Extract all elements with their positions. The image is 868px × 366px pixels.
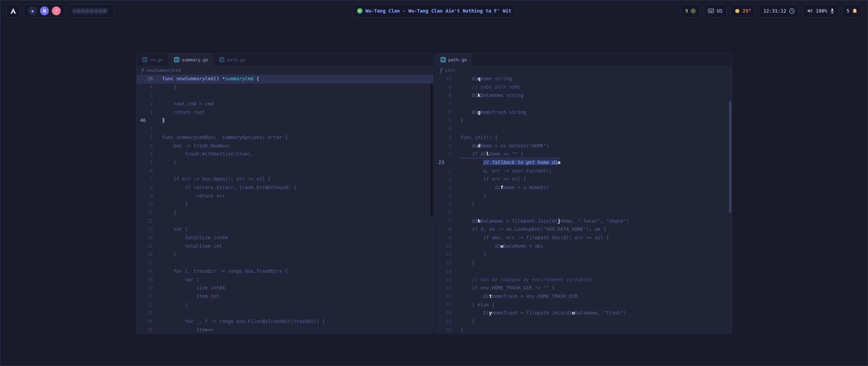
tab-label: rm.go: [150, 57, 163, 62]
code-segment: {: [254, 76, 259, 81]
notifications-widget[interactable]: 5: [842, 4, 862, 18]
code-text: }: [460, 116, 463, 125]
line-number: 6: [435, 108, 451, 117]
code-text: if err := box.Open(); err != nil {: [162, 175, 271, 183]
volume-value: 100%: [816, 8, 827, 14]
breadcrumb: ƒ init: [435, 66, 732, 75]
code-segment: return err: [162, 193, 225, 199]
code-text: if env.HOME_TRASH_DIR != "" {: [460, 284, 555, 292]
line-number: 25: [137, 326, 153, 333]
code-text: }: [460, 326, 463, 333]
code-text: }: [460, 200, 475, 208]
code-line: 19 var (: [137, 276, 433, 284]
code-segment: // fallback to get home di: [483, 160, 557, 165]
code-segment: k: [478, 93, 480, 98]
code-segment: di: [460, 143, 478, 148]
weather-widget[interactable]: 29°: [730, 4, 755, 18]
line-number: 14: [435, 276, 451, 284]
code-segment: item++: [162, 327, 214, 332]
code-segment: if di: [460, 151, 486, 157]
code-segment: var (: [162, 226, 188, 232]
code-text: item++: [162, 326, 214, 333]
code-line: 5}: [435, 116, 732, 125]
code-line: 24 for _, f := range box.FilesByTrashDir…: [137, 317, 433, 326]
line-number: 1: [435, 167, 451, 175]
line-number: 13: [435, 267, 451, 276]
code-text: diqHome string: [460, 75, 512, 83]
line-number: 7: [435, 217, 451, 225]
code-segment: if env.HOME_TRASH_DIR != "" {: [460, 285, 555, 290]
line-number: 20: [435, 326, 451, 333]
dock-app-3[interactable]: ♪: [52, 6, 61, 15]
code-text: func init() {: [460, 133, 498, 142]
code-segment: y: [489, 310, 492, 316]
code-segment: DataHome = filepath.Join(di: [480, 218, 558, 224]
media-player-widget[interactable]: Wu-Tang Clan - Wu-Tang Clan Ain't Nuthin…: [352, 4, 516, 18]
launcher-button[interactable]: [6, 4, 20, 18]
line-number: 17: [137, 259, 153, 267]
line-number: 21: [137, 292, 153, 301]
tab-rm.go[interactable]: Gorm.go: [137, 54, 169, 66]
code-text: DitHomeTrash = env.HOME_TRASH_DIR: [460, 292, 578, 301]
keyboard-layout-widget[interactable]: US: [704, 4, 727, 18]
line-number: 26: [137, 75, 153, 83]
notification-count: 5: [847, 8, 849, 14]
code-segment: for _, f := range box.FilesByTrashDir[tr…: [162, 319, 325, 324]
line-number: 11: [137, 208, 153, 217]
code-line: 10 }: [137, 200, 433, 208]
active-window-title[interactable]: [68, 4, 114, 18]
code-line: 19 }: [435, 317, 732, 326]
code-line: 3func init() {: [435, 133, 732, 142]
code-line: 18 DiyHomeTrash = filepath.Join(dioDataH…: [435, 309, 732, 317]
line-number: 17: [435, 301, 451, 309]
code-area[interactable]: 10 diqHome string9 // $XDG_DATA_HOME8 di…: [435, 75, 732, 333]
line-number: 7: [137, 175, 153, 183]
line-number: 46: [137, 116, 153, 125]
code-line: 7 dihDataHome = filepath.Join(dijHome, "…: [435, 217, 732, 225]
keyboard-icon: [708, 8, 714, 13]
go-file-icon: Go: [174, 57, 179, 62]
status-counter-widget[interactable]: 9: [681, 4, 700, 18]
code-text: // Can be changed by environment variabl…: [460, 276, 592, 284]
code-text: difHome = u.HomeDir: [460, 183, 549, 192]
editor-pane-right[interactable]: Gopath.go ƒ init 10 diqHome string9 // $…: [435, 53, 732, 334]
volume-widget[interactable]: 100%: [803, 4, 839, 18]
code-text: }: [162, 83, 176, 92]
editor-pane-left[interactable]: Gorm.goGosummary.goGopath.go ƒ newSummar…: [136, 53, 434, 334]
code-segment: var (: [162, 277, 199, 282]
tab-path.go[interactable]: Gopath.go: [435, 54, 472, 66]
clock-widget[interactable]: 12:31:12: [759, 4, 799, 18]
dock-app-neovim[interactable]: N: [40, 6, 49, 15]
tab-summary.go[interactable]: Gosummary.go: [169, 54, 214, 66]
code-area[interactable]: 26func newSummaryCmd() *summaryCmd {4 }3…: [137, 75, 433, 333]
code-line: 2 didHome = os.Getenv("HOME"): [435, 142, 732, 150]
code-line: 8 dikDataHome string: [435, 91, 732, 100]
code-line: 9 // $XDG_DATA_HOME: [435, 83, 732, 92]
code-segment: ): [162, 251, 176, 257]
line-number: 9: [435, 233, 451, 242]
scrollbar-thumb[interactable]: [431, 83, 433, 216]
code-segment: for i, trashDir := range box.TrashDirs {: [162, 268, 288, 274]
line-number: 1: [137, 108, 153, 117]
dock-app-1[interactable]: ◆: [28, 6, 37, 15]
function-icon: ƒ: [440, 68, 442, 73]
code-line: 7: [435, 100, 732, 108]
code-text: }: [162, 200, 188, 208]
code-text: for _, f := range box.FilesByTrashDir[tr…: [162, 317, 325, 326]
line-number: 10: [435, 242, 451, 250]
code-line: 7 if err := box.Open(); err != nil {: [137, 175, 433, 183]
code-segment: DataHome, "Trash"): [575, 310, 626, 316]
code-line: 4 }: [435, 192, 732, 200]
code-text: return root: [162, 108, 205, 117]
code-text: ): [162, 301, 188, 309]
line-number: 14: [137, 233, 153, 242]
code-text: }: [460, 317, 475, 326]
code-segment: Di: [460, 109, 478, 115]
tab-path.go[interactable]: Gopath.go: [214, 54, 251, 66]
clock-icon: [789, 8, 795, 14]
code-text: return err: [162, 192, 225, 200]
code-line: 14 // Can be changed by environment vari…: [435, 276, 732, 284]
code-line: 16 DitHomeTrash = env.HOME_TRASH_DIR: [435, 292, 732, 301]
scrollbar-thumb[interactable]: [729, 101, 731, 213]
code-segment: if !errors.Is(err, trash.ErrNotFound) {: [162, 185, 296, 190]
